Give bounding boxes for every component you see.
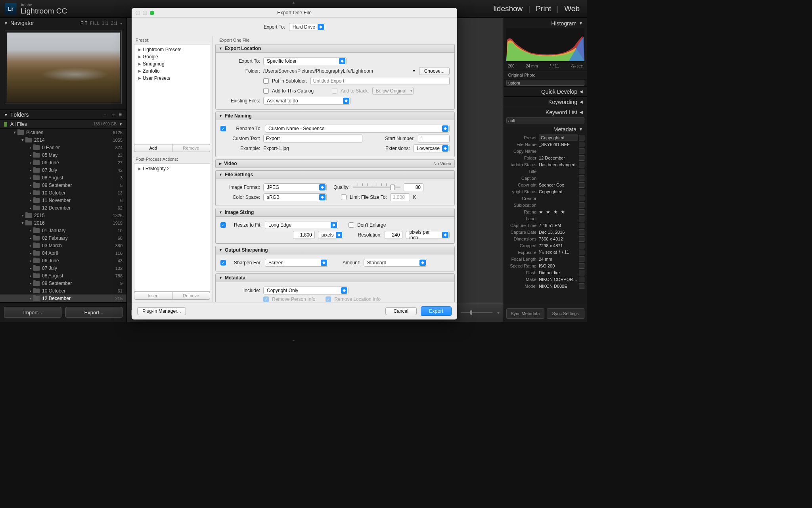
- folder-row[interactable]: ▸01 January10: [0, 227, 126, 234]
- metadata-action-icon[interactable]: [579, 142, 584, 147]
- expand-icon[interactable]: ▸: [28, 183, 33, 187]
- preset-item[interactable]: ▶User Presets: [134, 75, 210, 82]
- sharpen-for-select[interactable]: Screen: [265, 259, 328, 267]
- bottom-grip[interactable]: [285, 339, 301, 341]
- folder-row[interactable]: ▸05 May23: [0, 151, 126, 159]
- metadata-action-icon[interactable]: [579, 270, 584, 275]
- metadata-action-icon[interactable]: [579, 216, 584, 221]
- section-header[interactable]: ▼Metadata: [216, 274, 454, 282]
- metadata-include-select[interactable]: Copyright Only: [263, 287, 349, 294]
- folders-menu-icon[interactable]: － ＋ ≡: [102, 111, 123, 118]
- rename-checkbox[interactable]: ✓: [220, 126, 226, 131]
- folder-row[interactable]: ▸12 December215: [0, 294, 126, 302]
- folder-row[interactable]: ▼20141055: [0, 136, 126, 144]
- navigator-header[interactable]: ▼ Navigator FITFILL1:12:1◂: [0, 18, 126, 28]
- expand-icon[interactable]: ▸: [28, 229, 33, 233]
- custom-select[interactable]: ustom: [506, 80, 584, 86]
- folder-row[interactable]: ▸09 September9: [0, 279, 126, 287]
- preset-remove-button[interactable]: Remove: [172, 144, 211, 152]
- export-confirm-button[interactable]: Export: [421, 306, 452, 316]
- metadata-action-icon[interactable]: [579, 182, 584, 188]
- extensions-select[interactable]: Lowercase: [413, 144, 450, 152]
- limit-size-input[interactable]: [390, 193, 410, 201]
- metadata-action-icon[interactable]: [579, 256, 584, 262]
- sharpen-checkbox[interactable]: ✓: [220, 260, 226, 266]
- quality-slider[interactable]: [353, 187, 400, 188]
- section-header[interactable]: ▼File Naming: [216, 112, 454, 120]
- expand-icon[interactable]: ▼: [12, 131, 17, 135]
- expand-icon[interactable]: ▸: [28, 161, 33, 165]
- color-space-select[interactable]: sRGB: [263, 193, 327, 201]
- keywording-header[interactable]: Keywording◀: [504, 96, 587, 107]
- post-process-item[interactable]: ▶LR/Mogrify 2: [134, 165, 210, 172]
- section-header[interactable]: ▼File Settings: [216, 171, 454, 179]
- preset-item[interactable]: ▶Google: [134, 53, 210, 60]
- top-grip[interactable]: [285, 0, 301, 2]
- limit-size-checkbox[interactable]: [341, 194, 347, 200]
- folder-row[interactable]: ▸10 October13: [0, 189, 126, 196]
- preset-add-button[interactable]: Add: [134, 144, 172, 152]
- dimension-unit-select[interactable]: pixels: [318, 231, 344, 239]
- sharpen-amount-select[interactable]: Standard: [364, 259, 427, 267]
- expand-icon[interactable]: ▸: [28, 289, 33, 293]
- expand-icon[interactable]: ▸: [28, 281, 33, 285]
- expand-icon[interactable]: ▸: [28, 191, 33, 195]
- metadata-action-icon[interactable]: [579, 196, 584, 201]
- folder-row[interactable]: ▸0 Earlier874: [0, 144, 126, 151]
- expand-icon[interactable]: ▸: [28, 244, 33, 248]
- folder-row[interactable]: ▸12 December62: [0, 204, 126, 212]
- metadata-action-icon[interactable]: [579, 189, 584, 194]
- image-format-select[interactable]: JPEG: [263, 183, 327, 191]
- folders-header[interactable]: ▼ Folders － ＋ ≡: [0, 110, 126, 120]
- expand-icon[interactable]: ▸: [28, 251, 33, 255]
- folder-row[interactable]: ▸06 June27: [0, 159, 126, 166]
- section-header[interactable]: ▼Image Sizing: [216, 208, 454, 217]
- folder-row[interactable]: ▸09 September5: [0, 181, 126, 189]
- preset-item[interactable]: ▶Smugmug: [134, 60, 210, 67]
- expand-icon[interactable]: ▸: [28, 274, 33, 278]
- post-process-list[interactable]: ▶LR/Mogrify 2: [134, 163, 210, 292]
- resize-mode-select[interactable]: Long Edge: [265, 221, 338, 229]
- thumbnail-slider[interactable]: [461, 312, 492, 313]
- metadata-action-icon[interactable]: [579, 263, 584, 269]
- dimension-input[interactable]: [293, 231, 315, 239]
- export-to-select[interactable]: Hard Drive: [289, 23, 325, 31]
- folder-row[interactable]: ▸20151326: [0, 212, 126, 219]
- folder-row[interactable]: ▼20161919: [0, 219, 126, 227]
- metadata-action-icon[interactable]: [579, 148, 584, 154]
- default-select[interactable]: ault: [506, 117, 584, 123]
- section-header[interactable]: ▼Export Location: [216, 44, 454, 53]
- expand-icon[interactable]: ▸: [28, 198, 33, 202]
- folder-row[interactable]: ▸07 July42: [0, 166, 126, 174]
- expand-icon[interactable]: ▸: [28, 206, 33, 210]
- metadata-action-icon[interactable]: [579, 223, 584, 228]
- metadata-action-icon[interactable]: [579, 229, 584, 235]
- import-button[interactable]: Import...: [4, 307, 61, 318]
- toolbar-menu-icon[interactable]: ▾: [497, 310, 500, 316]
- existing-files-select[interactable]: Ask what to do: [263, 97, 350, 105]
- expand-icon[interactable]: ▸: [20, 214, 25, 217]
- keyword-list-header[interactable]: Keyword List◀: [504, 107, 587, 117]
- metadata-action-icon[interactable]: [579, 202, 584, 208]
- metadata-action-icon[interactable]: [579, 277, 584, 282]
- metadata-preset-select[interactable]: Copyrighted: [539, 135, 578, 140]
- metadata-action-icon[interactable]: [579, 175, 584, 181]
- nav-web[interactable]: Web: [564, 4, 580, 13]
- quick-develop-header[interactable]: Quick Develop◀: [504, 86, 587, 96]
- folder-row[interactable]: ▸02 February68: [0, 234, 126, 242]
- add-catalog-checkbox[interactable]: [263, 88, 269, 94]
- navigator-preview[interactable]: [5, 31, 122, 104]
- metadata-action-icon[interactable]: [579, 243, 584, 248]
- metadata-action-icon[interactable]: [579, 155, 584, 161]
- expand-icon[interactable]: ▸: [28, 153, 33, 157]
- start-number-input[interactable]: [418, 135, 450, 142]
- quality-input[interactable]: [404, 183, 423, 191]
- expand-icon[interactable]: ▸: [28, 266, 33, 270]
- folder-row[interactable]: ▸08 August3: [0, 174, 126, 181]
- expand-icon[interactable]: ▸: [28, 146, 33, 150]
- folder-row[interactable]: ▸07 July102: [0, 264, 126, 272]
- metadata-action-icon[interactable]: [579, 236, 584, 242]
- histogram-header[interactable]: Histogram▼: [504, 18, 587, 28]
- sync-metadata-button[interactable]: Sync Metadata: [506, 308, 544, 319]
- folder-row[interactable]: ▸10 October61: [0, 287, 126, 294]
